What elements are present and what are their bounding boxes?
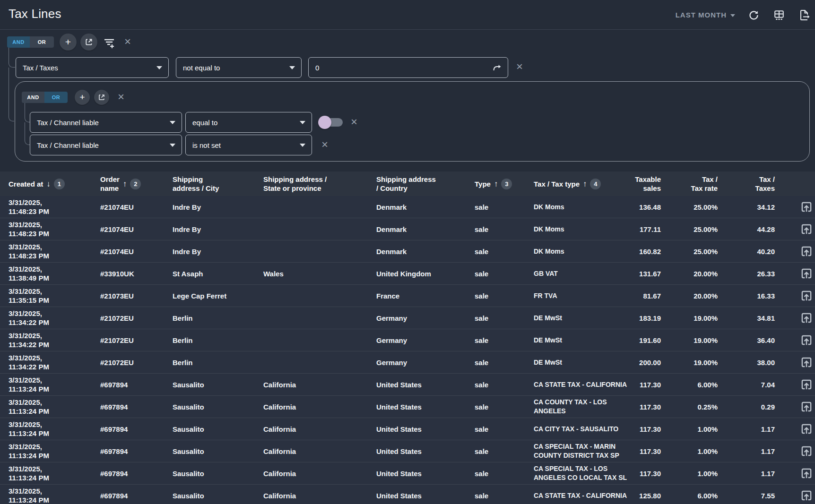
filter3-operator-select[interactable]: is not set xyxy=(185,135,312,155)
table-row: 3/31/2025, 11:13:24 PM#697894SausalitoCa… xyxy=(0,418,815,440)
cell-tax_taxes: 34.81 xyxy=(723,307,780,329)
export-button[interactable] xyxy=(798,9,810,21)
cell-taxable_sales: 117.30 xyxy=(632,440,667,462)
cell-ship_city: Berlin xyxy=(164,307,255,329)
table-row: 3/31/2025, 11:38:49 PM#33910UKSt AsaphWa… xyxy=(0,263,815,285)
cell-ship_state xyxy=(255,307,368,329)
filter2-operator-select[interactable]: equal to xyxy=(185,112,312,133)
column-label: Created at xyxy=(9,179,43,188)
filter1-field-select[interactable]: Tax / Taxes xyxy=(16,57,169,78)
column-header-type[interactable]: Type↑3 xyxy=(466,171,525,196)
open-record-button[interactable] xyxy=(800,378,813,391)
add-filter-icon xyxy=(103,36,115,49)
cell-ship_state xyxy=(255,218,368,240)
table-row: 3/31/2025, 11:34:22 PM#21072EUBerlinGerm… xyxy=(0,329,815,351)
date-range-dropdown[interactable]: LAST MONTH xyxy=(676,11,735,19)
filter2-field-select[interactable]: Tax / Channel liable xyxy=(30,112,182,133)
cell-type: sale xyxy=(466,285,525,307)
cell-open xyxy=(780,240,815,262)
open-record-button[interactable] xyxy=(800,423,813,435)
root-and-option[interactable]: AND xyxy=(7,36,30,48)
columns-button[interactable] xyxy=(773,9,785,21)
cell-tax_taxes: 0.29 xyxy=(723,396,780,418)
cell-open xyxy=(780,218,815,240)
cell-open xyxy=(780,196,815,218)
column-header-ship_city[interactable]: Shippingaddress / City xyxy=(164,171,255,196)
date-range-label: LAST MONTH xyxy=(676,11,727,19)
filter3-field-select[interactable]: Tax / Channel liable xyxy=(30,135,182,155)
cell-order_name: #21072EU xyxy=(92,351,164,373)
column-header-ship_state[interactable]: Shipping address /State or province xyxy=(255,171,368,196)
open-record-button[interactable] xyxy=(800,312,813,324)
cell-order_name: #697894 xyxy=(92,462,164,484)
cell-tax_rate: 20.00% xyxy=(667,285,723,307)
cell-ship_city: Sausalito xyxy=(164,462,255,484)
open-record-button[interactable] xyxy=(800,223,813,235)
cell-open xyxy=(780,263,815,284)
cell-created_at: 3/31/2025, 11:13:24 PM xyxy=(0,440,92,462)
cell-ship_city: Sausalito xyxy=(164,396,255,418)
filter2-remove-button[interactable]: × xyxy=(349,117,359,128)
column-header-created_at[interactable]: Created at↓1 xyxy=(0,171,92,196)
cell-created_at: 3/31/2025, 11:34:22 PM xyxy=(0,329,92,351)
filter1-value-input[interactable]: 0 xyxy=(308,57,508,78)
cell-tax_type: DK Moms xyxy=(525,218,632,240)
cell-tax_rate: 1.00% xyxy=(667,440,723,462)
root-add-condition-button[interactable]: + xyxy=(60,34,77,51)
cell-created_at: 3/31/2025, 11:35:15 PM xyxy=(0,285,92,307)
group-add-group-button[interactable] xyxy=(94,90,109,105)
chevron-down-icon xyxy=(289,66,295,69)
cell-order_name: #21072EU xyxy=(92,329,164,351)
open-record-button[interactable] xyxy=(800,489,813,502)
column-header-tax_type[interactable]: Tax / Tax type↑4 xyxy=(525,171,632,196)
root-and-or-toggle[interactable]: AND OR xyxy=(7,36,54,48)
cell-ship_country: United States xyxy=(368,396,466,418)
column-header-tax_rate[interactable]: Tax /Tax rate xyxy=(667,171,723,196)
cell-created_at: 3/31/2025, 11:13:24 PM xyxy=(0,485,92,504)
group-and-or-toggle[interactable]: AND OR xyxy=(22,92,68,103)
group-remove-button[interactable]: × xyxy=(116,92,126,103)
column-header-tax_taxes[interactable]: Tax /Taxes xyxy=(723,171,780,196)
refresh-button[interactable] xyxy=(748,9,760,21)
open-record-button[interactable] xyxy=(800,401,813,413)
cell-open xyxy=(780,396,815,418)
cell-tax_type: CA STATE TAX - CALIFORNIA xyxy=(525,485,632,504)
root-add-filter-button[interactable] xyxy=(103,36,115,49)
group-and-option[interactable]: AND xyxy=(22,92,44,103)
cell-tax_taxes: 26.33 xyxy=(723,263,780,284)
redo-arrow-icon[interactable] xyxy=(493,64,502,72)
filter1-operator-select[interactable]: not equal to xyxy=(176,57,302,78)
column-header-order_name[interactable]: Ordername↑2 xyxy=(92,171,164,196)
sort-desc-icon: ↓ xyxy=(46,179,51,188)
cell-taxable_sales: 117.30 xyxy=(632,396,667,418)
filter3-remove-button[interactable]: × xyxy=(320,140,330,150)
cell-ship_city: Indre By xyxy=(164,196,255,218)
cell-tax_rate: 25.00% xyxy=(667,196,723,218)
root-add-group-button[interactable] xyxy=(80,34,97,51)
open-record-button[interactable] xyxy=(800,245,813,257)
filter1-remove-button[interactable]: × xyxy=(514,62,525,72)
cell-taxable_sales: 200.00 xyxy=(632,351,667,373)
open-record-button[interactable] xyxy=(800,267,813,280)
column-header-taxable_sales[interactable]: Taxablesales xyxy=(632,171,667,196)
open-record-button[interactable] xyxy=(800,334,813,346)
column-header-ship_country[interactable]: Shipping address/ Country xyxy=(368,171,466,196)
add-group-icon xyxy=(85,38,93,46)
cell-ship_city: Indre By xyxy=(164,218,255,240)
cell-order_name: #21073EU xyxy=(92,285,164,307)
open-record-button[interactable] xyxy=(800,201,813,213)
cell-created_at: 3/31/2025, 11:34:22 PM xyxy=(0,351,92,373)
open-record-button[interactable] xyxy=(800,356,813,368)
cell-ship_country: Germany xyxy=(368,307,466,329)
root-clear-filters-button[interactable]: × xyxy=(122,37,133,47)
root-or-option[interactable]: OR xyxy=(30,36,54,48)
sort-order-badge: 3 xyxy=(501,179,512,189)
group-or-option[interactable]: OR xyxy=(44,92,68,103)
open-record-button[interactable] xyxy=(800,445,813,457)
open-record-button[interactable] xyxy=(800,467,813,479)
group-add-condition-button[interactable]: + xyxy=(75,90,90,105)
cell-ship_state: California xyxy=(255,396,368,418)
filter2-value-toggle[interactable] xyxy=(321,118,343,127)
open-record-button[interactable] xyxy=(800,290,813,302)
column-label: Tax /Tax rate xyxy=(691,175,718,193)
